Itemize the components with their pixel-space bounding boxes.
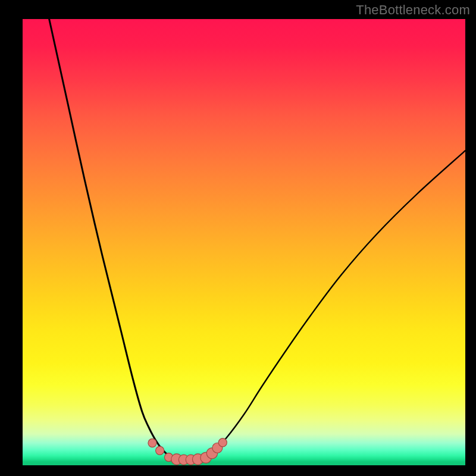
curve-markers (148, 439, 227, 465)
curve-svg (23, 19, 465, 465)
chart-frame: TheBottleneck.com (0, 0, 476, 476)
curve-left-branch (49, 19, 176, 459)
curve-marker (148, 439, 156, 447)
curve-right-branch (204, 151, 465, 458)
curve-marker (156, 446, 164, 455)
plot-area (23, 19, 465, 465)
watermark-text: TheBottleneck.com (356, 2, 470, 18)
curve-marker (218, 439, 227, 447)
